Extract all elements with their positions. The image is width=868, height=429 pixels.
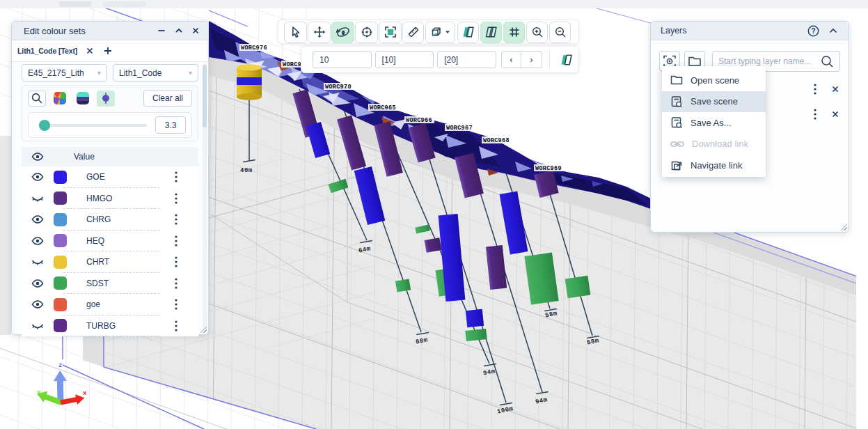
svg-text:WORC968: WORC968 — [483, 137, 510, 144]
svg-text:WORC969: WORC969 — [535, 165, 562, 172]
svg-text:z: z — [58, 362, 62, 369]
svg-text:WORC976: WORC976 — [241, 45, 267, 52]
svg-text:WORC966: WORC966 — [406, 117, 432, 124]
svg-text:40m: 40m — [240, 167, 253, 174]
svg-text:y: y — [37, 389, 41, 396]
svg-text:x: x — [83, 390, 87, 397]
svg-text:WORC970: WORC970 — [325, 84, 352, 91]
svg-text:WORC967: WORC967 — [446, 125, 473, 132]
svg-text:?: ? — [811, 27, 815, 35]
svg-text:WORC965: WORC965 — [370, 104, 396, 111]
